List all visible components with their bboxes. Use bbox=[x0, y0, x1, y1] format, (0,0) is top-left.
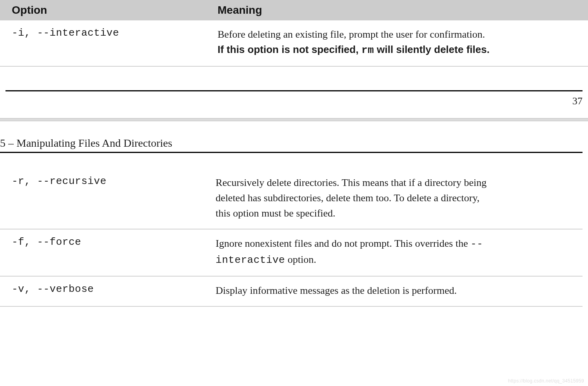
header-meaning: Meaning bbox=[206, 0, 588, 20]
option-meaning: Display informative messages as the dele… bbox=[216, 283, 490, 298]
options-table-top: Option Meaning -i, --interactive Before … bbox=[0, 0, 588, 67]
meaning-text: Before deleting an existing file, prompt… bbox=[218, 29, 485, 40]
header-option: Option bbox=[0, 0, 206, 20]
meaning-bold-code: rm bbox=[361, 44, 374, 56]
meaning-text-post: option. bbox=[285, 254, 316, 265]
table-row: -v, --verbose Display informative messag… bbox=[0, 276, 583, 306]
option-flag-force: -f, --force bbox=[12, 236, 81, 248]
table-header-row: Option Meaning bbox=[0, 0, 588, 20]
page-divider bbox=[0, 118, 588, 121]
meaning-bold-post: will silently delete files. bbox=[374, 44, 490, 55]
page-number: 37 bbox=[0, 91, 588, 111]
watermark: https://blog.csdn.net/qq_34515959 bbox=[508, 378, 584, 384]
meaning-bold-pre: If this option is not specified, bbox=[218, 44, 361, 55]
option-meaning: Recursively delete directories. This mea… bbox=[216, 175, 490, 221]
table-row: -f, --force Ignore nonexistent files and… bbox=[0, 229, 583, 276]
table-row: -r, --recursive Recursively delete direc… bbox=[0, 169, 583, 229]
option-flag-recursive: -r, --recursive bbox=[12, 175, 107, 187]
option-flag-interactive: -i, --interactive bbox=[12, 27, 119, 39]
meaning-text-pre: Ignore nonexistent files and do not prom… bbox=[216, 238, 470, 249]
option-meaning: Ignore nonexistent files and do not prom… bbox=[216, 236, 490, 268]
options-table-bottom: -r, --recursive Recursively delete direc… bbox=[0, 169, 583, 307]
option-flag-verbose: -v, --verbose bbox=[12, 283, 94, 295]
option-meaning: Before deleting an existing file, prompt… bbox=[218, 27, 492, 58]
table-row: -i, --interactive Before deleting an exi… bbox=[0, 20, 588, 66]
chapter-title: 5 – Manipulating Files And Directories bbox=[0, 137, 583, 153]
